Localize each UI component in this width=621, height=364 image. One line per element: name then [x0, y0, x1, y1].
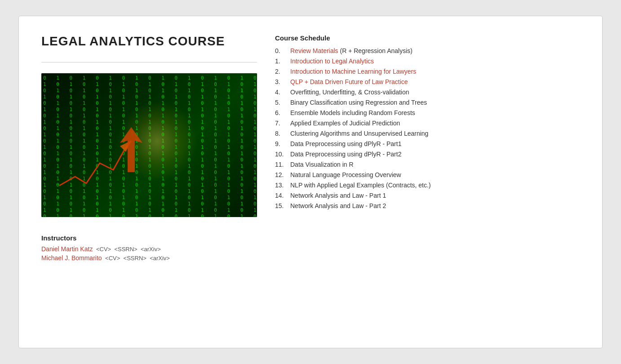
schedule-text[interactable]: Introduction to Machine Learning for Law…	[290, 68, 416, 75]
schedule-text: Applied Examples of Judicial Prediction	[290, 120, 400, 127]
left-panel: LEGAL ANALYTICS COURSE 0 1 0 1 0 1 0 1 0…	[41, 34, 257, 330]
schedule-text: Binary Classification using Regression a…	[290, 99, 427, 106]
schedule-item: 11.Data Visualization in R	[275, 161, 580, 168]
schedule-item: 13.NLP with Applied Legal Examples (Cont…	[275, 182, 580, 189]
instructor-2-ssrn[interactable]: <SSRN>	[124, 255, 146, 262]
schedule-number: 1.	[275, 58, 288, 65]
schedule-item: 4.Overfitting, Underfitting, & Cross-val…	[275, 89, 580, 96]
schedule-suffix: (R + Regression Analysis)	[338, 47, 413, 54]
schedule-text: NLP with Applied Legal Examples (Contrac…	[290, 182, 431, 189]
instructor-1-links: <CV> <SSRN> <arXiv>	[94, 246, 160, 253]
matrix-background: 0 1 0 1 0 1 0 1 0 1 0 1 0 1 0 1 0 1 1 0 …	[41, 73, 257, 217]
schedule-number: 10.	[275, 151, 288, 158]
schedule-number: 15.	[275, 202, 288, 209]
schedule-text[interactable]: Introduction to Legal Analytics	[290, 58, 374, 65]
instructor-2-links: <CV> <SSRN> <arXiv>	[103, 255, 169, 262]
schedule-text: Data Visualization in R	[290, 161, 354, 168]
schedule-text: Network Analysis and Law - Part 2	[290, 202, 386, 209]
schedule-number: 12.	[275, 171, 288, 178]
course-image: 0 1 0 1 0 1 0 1 0 1 0 1 0 1 0 1 0 1 1 0 …	[41, 73, 257, 217]
instructor-1-arxiv[interactable]: <arXiv>	[141, 246, 161, 253]
page-title: LEGAL ANALYTICS COURSE	[41, 34, 257, 49]
schedule-number: 4.	[275, 89, 288, 96]
schedule-text: Ensemble Models including Random Forests	[290, 109, 415, 116]
instructor-2-arxiv[interactable]: <arXiv>	[150, 255, 170, 262]
schedule-number: 3.	[275, 78, 288, 85]
instructor-1-ssrn[interactable]: <SSRN>	[114, 246, 137, 253]
schedule-link[interactable]: QLP + Data Driven Future of Law Practice	[290, 78, 408, 85]
divider	[41, 62, 257, 62]
schedule-item: 12.Natural Language Processing Overview	[275, 171, 580, 178]
schedule-text: Overfitting, Underfitting, & Cross-valid…	[290, 89, 409, 96]
schedule-item: 1.Introduction to Legal Analytics	[275, 58, 580, 65]
schedule-text[interactable]: Review Materials (R + Regression Analysi…	[290, 47, 413, 54]
trend-chart	[55, 114, 154, 204]
schedule-item: 15.Network Analysis and Law - Part 2	[275, 202, 580, 209]
schedule-text[interactable]: QLP + Data Driven Future of Law Practice	[290, 78, 408, 85]
instructor-2: Michael J. Bommarito <CV> <SSRN> <arXiv>	[41, 254, 257, 262]
schedule-item: 9.Data Preprocessing using dPlyR - Part1	[275, 140, 580, 147]
schedule-text: Clustering Algorithms and Unsupervised L…	[290, 130, 428, 137]
schedule-list: 0.Review Materials (R + Regression Analy…	[275, 47, 580, 209]
schedule-text: Network Analysis and Law - Part 1	[290, 192, 386, 199]
schedule-text: Natural Language Processing Overview	[290, 171, 401, 178]
schedule-item: 0.Review Materials (R + Regression Analy…	[275, 47, 580, 54]
main-card: LEGAL ANALYTICS COURSE 0 1 0 1 0 1 0 1 0…	[18, 16, 603, 348]
schedule-item: 6.Ensemble Models including Random Fores…	[275, 109, 580, 116]
instructor-1: Daniel Martin Katz <CV> <SSRN> <arXiv>	[41, 245, 257, 253]
schedule-text: Data Preprocessing using dPlyR - Part2	[290, 151, 401, 158]
schedule-item: 5.Binary Classification using Regression…	[275, 99, 580, 106]
schedule-item: 3.QLP + Data Driven Future of Law Practi…	[275, 78, 580, 85]
instructor-2-name: Michael J. Bommarito	[41, 254, 102, 262]
schedule-number: 13.	[275, 182, 288, 189]
schedule-number: 11.	[275, 161, 288, 168]
schedule-item: 8.Clustering Algorithms and Unsupervised…	[275, 130, 580, 137]
schedule-number: 8.	[275, 130, 288, 137]
schedule-item: 2.Introduction to Machine Learning for L…	[275, 68, 580, 75]
svg-marker-1	[120, 127, 142, 172]
instructor-2-cv[interactable]: <CV>	[105, 255, 120, 262]
instructor-1-cv[interactable]: <CV>	[96, 246, 111, 253]
schedule-heading: Course Schedule	[275, 34, 580, 42]
schedule-number: 5.	[275, 99, 288, 106]
schedule-number: 2.	[275, 68, 288, 75]
schedule-number: 9.	[275, 140, 288, 147]
right-panel: Course Schedule 0.Review Materials (R + …	[275, 34, 580, 330]
schedule-link[interactable]: Review Materials	[290, 47, 338, 54]
instructors-section: Instructors Daniel Martin Katz <CV> <SSR…	[41, 234, 257, 263]
schedule-number: 14.	[275, 192, 288, 199]
schedule-number: 6.	[275, 109, 288, 116]
schedule-number: 7.	[275, 120, 288, 127]
schedule-number: 0.	[275, 47, 288, 54]
schedule-item: 14.Network Analysis and Law - Part 1	[275, 192, 580, 199]
schedule-item: 7.Applied Examples of Judicial Predictio…	[275, 120, 580, 127]
schedule-link[interactable]: Introduction to Legal Analytics	[290, 58, 374, 65]
schedule-link[interactable]: Introduction to Machine Learning for Law…	[290, 68, 416, 75]
schedule-item: 10.Data Preprocessing using dPlyR - Part…	[275, 151, 580, 158]
instructors-heading: Instructors	[41, 234, 257, 242]
schedule-text: Data Preprocessing using dPlyR - Part1	[290, 140, 401, 147]
instructor-1-name: Daniel Martin Katz	[41, 245, 93, 253]
